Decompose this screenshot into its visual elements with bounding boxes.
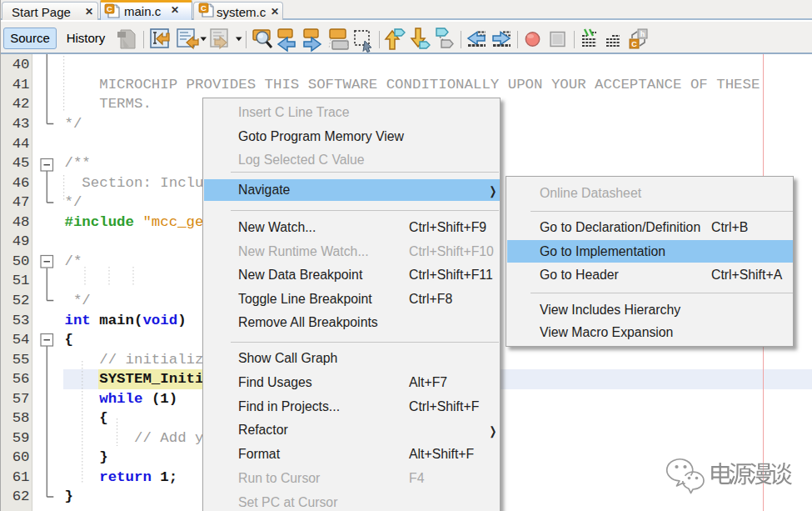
svg-text:C: C bbox=[107, 4, 112, 13]
svg-text:h: h bbox=[640, 30, 645, 38]
svg-text:C: C bbox=[201, 3, 207, 13]
svg-text:C: C bbox=[631, 40, 637, 48]
